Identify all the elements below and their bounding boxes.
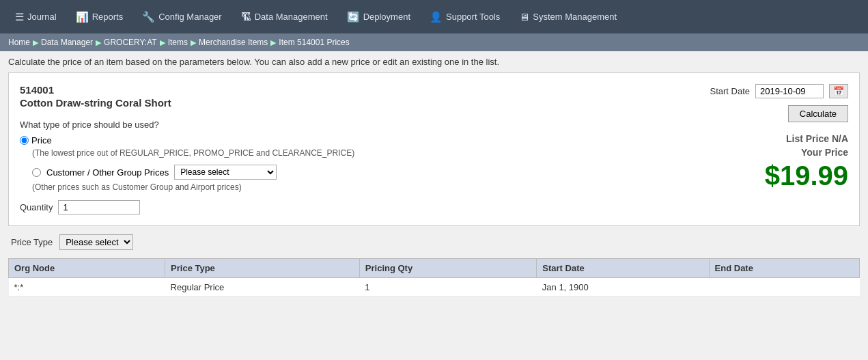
breadcrumb-grocery[interactable]: GROCERY:AT (104, 38, 157, 47)
list-price-value: N/A (832, 133, 848, 144)
instruction-text: Calculate the price of an item based on … (8, 57, 860, 67)
radio-price-sub: (The lowest price out of REGULAR_PRICE, … (32, 148, 643, 158)
start-date-input[interactable] (755, 84, 824, 98)
breadcrumb-sep-2: ▶ (96, 38, 101, 47)
radio-group-customer: Customer / Other Group Prices Please sel… (20, 165, 643, 192)
config-icon: 🔧 (142, 11, 155, 23)
quantity-label: Quantity (20, 202, 53, 212)
radio-group-row: Customer / Other Group Prices Please sel… (32, 165, 643, 180)
table-header: Org Node Price Type Pricing Qty Start Da… (9, 259, 860, 278)
calculate-button[interactable]: Calculate (788, 105, 848, 122)
breadcrumb-sep-4: ▶ (191, 38, 196, 47)
date-row: Start Date 📅 (710, 84, 848, 98)
list-price: List Price N/A (765, 133, 848, 144)
top-navigation: ☰ Journal 📊 Reports 🔧 Config Manager 🏗 D… (0, 0, 868, 33)
start-date-label: Start Date (710, 86, 750, 96)
panel-left: 514001 Cotton Draw-string Coral Short Wh… (20, 84, 643, 214)
system-mgmt-icon: 🖥 (519, 11, 529, 23)
price-type-filter-row: Price Type Please select (8, 234, 860, 250)
breadcrumb-sep-1: ▶ (33, 38, 38, 47)
your-price-label: Your Price (765, 147, 848, 158)
cell-org-node: *:* (9, 278, 165, 297)
breadcrumb-sep-3: ▶ (160, 38, 165, 47)
nav-system-management[interactable]: 🖥 System Management (509, 0, 626, 33)
nav-deployment-label: Deployment (363, 12, 410, 22)
group-price-select[interactable]: Please select (174, 165, 277, 180)
calendar-icon[interactable]: 📅 (829, 84, 848, 98)
support-icon: 👤 (430, 11, 443, 23)
radio-group-sub: (Other prices such as Customer Group and… (32, 182, 643, 192)
price-display: List Price N/A Your Price $19.99 (765, 133, 848, 191)
nav-support-label: Support Tools (446, 12, 500, 22)
panel-right: Start Date 📅 Calculate List Price N/A Yo… (643, 84, 848, 191)
radio-group-price: Price (The lowest price out of REGULAR_P… (20, 135, 643, 158)
deployment-icon: 🔄 (347, 11, 360, 23)
price-type-question: What type of price should be used? (20, 120, 643, 130)
cell-price-type: Regular Price (165, 278, 360, 297)
nav-data-management[interactable]: 🏗 Data Management (232, 0, 337, 33)
nav-data-mgmt-label: Data Management (255, 12, 328, 22)
col-org-node: Org Node (9, 259, 165, 278)
your-price-value: $19.99 (765, 161, 848, 191)
radio-price-input[interactable] (20, 136, 29, 145)
cell-start-date: Jan 1, 1900 (537, 278, 709, 297)
nav-journal[interactable]: ☰ Journal (5, 0, 66, 33)
radio-price-label[interactable]: Price (31, 135, 52, 146)
price-table: Org Node Price Type Pricing Qty Start Da… (8, 258, 860, 297)
breadcrumb-current: Item 514001 Prices (279, 38, 349, 47)
col-end-date: End Date (709, 259, 859, 278)
cell-pricing-qty: 1 (359, 278, 537, 297)
nav-deployment[interactable]: 🔄 Deployment (337, 0, 420, 33)
list-price-label: List Price (786, 133, 829, 144)
nav-config-manager[interactable]: 🔧 Config Manager (132, 0, 232, 33)
nav-system-label: System Management (533, 12, 617, 22)
table-body: *:* Regular Price 1 Jan 1, 1900 (9, 278, 860, 297)
nav-journal-label: Journal (27, 12, 57, 22)
item-name: Cotton Draw-string Coral Short (20, 97, 643, 109)
price-panel: 514001 Cotton Draw-string Coral Short Wh… (8, 72, 860, 226)
nav-reports[interactable]: 📊 Reports (66, 0, 133, 33)
col-price-type: Price Type (165, 259, 360, 278)
price-type-filter-label: Price Type (11, 237, 53, 247)
col-start-date: Start Date (537, 259, 709, 278)
price-type-filter-select[interactable]: Please select (59, 234, 133, 250)
quantity-row: Quantity (20, 200, 643, 214)
breadcrumb-data-manager[interactable]: Data Manager (41, 38, 93, 47)
radio-price-row: Price (20, 135, 643, 146)
reports-icon: 📊 (76, 11, 89, 23)
breadcrumb-sep-5: ▶ (270, 38, 276, 47)
radio-group-label[interactable]: Customer / Other Group Prices (46, 167, 169, 178)
table-row[interactable]: *:* Regular Price 1 Jan 1, 1900 (9, 278, 860, 297)
data-mgmt-icon: 🏗 (241, 11, 251, 23)
cell-end-date (709, 278, 859, 297)
breadcrumb: Home ▶ Data Manager ▶ GROCERY:AT ▶ Items… (0, 33, 868, 51)
main-content: Calculate the price of an item based on … (0, 51, 868, 303)
radio-group-input[interactable] (32, 168, 41, 177)
nav-support-tools[interactable]: 👤 Support Tools (420, 0, 509, 33)
journal-icon: ☰ (15, 11, 24, 23)
item-id: 514001 (20, 84, 643, 96)
col-pricing-qty: Pricing Qty (359, 259, 537, 278)
quantity-input[interactable] (58, 200, 140, 214)
table-header-row: Org Node Price Type Pricing Qty Start Da… (9, 259, 860, 278)
breadcrumb-merch-items[interactable]: Merchandise Items (199, 38, 268, 47)
nav-reports-label: Reports (92, 12, 124, 22)
breadcrumb-home[interactable]: Home (8, 38, 30, 47)
breadcrumb-items[interactable]: Items (168, 38, 188, 47)
nav-config-label: Config Manager (158, 12, 222, 22)
